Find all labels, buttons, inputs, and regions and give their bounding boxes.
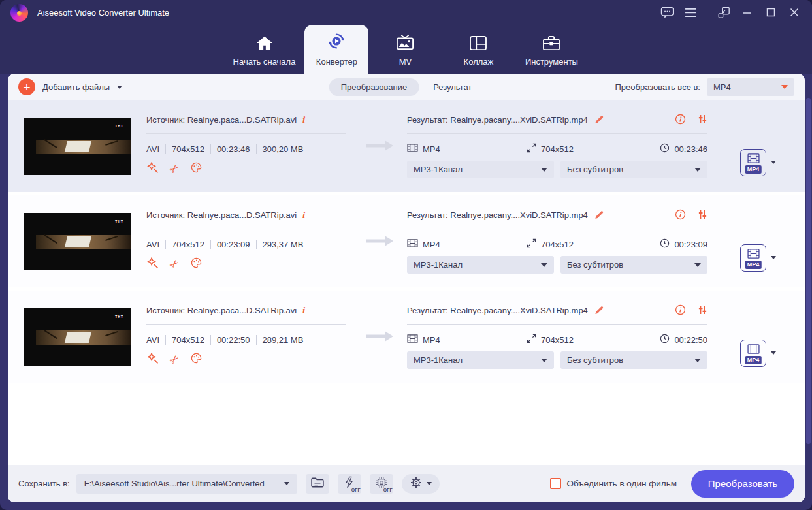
cut-icon[interactable]: ✂ <box>167 161 182 176</box>
maximize-icon[interactable] <box>761 4 781 21</box>
duration-icon <box>660 238 670 250</box>
convert-arrow-icon <box>365 139 395 192</box>
home-icon <box>255 31 274 51</box>
color-palette-icon[interactable] <box>190 257 203 272</box>
merge-label: Объединить в один фильм <box>567 479 677 488</box>
content-area: + Добавить файлы Преобразование Результа… <box>8 74 805 502</box>
edit-effects-icon[interactable] <box>146 161 159 176</box>
subtitle-select[interactable]: Без субтитров <box>560 256 707 274</box>
subtitle-caret-icon <box>694 168 701 172</box>
video-thumbnail[interactable]: тнт <box>24 308 131 366</box>
source-size: 289,21 MB <box>256 335 304 345</box>
file-list: тнт Источник: Realnye.paca...D.SATRip.av… <box>8 100 805 383</box>
save-path-caret-icon <box>284 482 289 485</box>
add-files-button[interactable]: + Добавить файлы <box>18 78 122 95</box>
rename-icon[interactable] <box>594 209 605 222</box>
result-block: Результат: Realnye.pacany....XviD.SATRip… <box>407 208 707 287</box>
source-size: 293,37 MB <box>256 240 304 249</box>
adjust-icon[interactable] <box>698 209 707 222</box>
edit-effects-icon[interactable] <box>146 257 159 272</box>
tab-collage[interactable]: Коллаж <box>442 25 515 74</box>
gpu-accel-button[interactable]: OFF <box>370 474 393 494</box>
mini-mode-icon[interactable] <box>714 4 734 21</box>
media-info-icon[interactable] <box>675 114 686 127</box>
resolution-icon <box>527 334 536 345</box>
media-info-icon[interactable] <box>675 304 686 317</box>
save-path-select[interactable]: F:\Aiseesoft Studio\Ais...rter Ultimate\… <box>76 474 297 494</box>
settings-button[interactable] <box>402 474 440 494</box>
audio-track-select[interactable]: MP3-1Канал <box>407 256 554 274</box>
info-icon[interactable]: i <box>302 114 305 125</box>
source-duration: 00:22:50 <box>210 335 250 345</box>
output-format-badge: MP4 <box>745 261 762 269</box>
edit-effects-icon[interactable] <box>146 352 159 367</box>
audio-track-select[interactable]: MP3-1Канал <box>407 161 554 178</box>
close-icon[interactable] <box>785 4 804 21</box>
result-block: Результат: Realnye.pacany....XviD.SATRip… <box>407 113 707 192</box>
rename-icon[interactable] <box>594 304 605 317</box>
minimize-icon[interactable] <box>738 4 757 21</box>
add-files-caret-icon[interactable] <box>117 86 122 89</box>
cut-icon[interactable]: ✂ <box>167 257 182 271</box>
output-format-caret-icon[interactable] <box>771 161 776 164</box>
converter-icon <box>327 31 346 51</box>
adjust-icon[interactable] <box>698 304 707 317</box>
result-block: Результат: Realnye.pacany....XviD.SATRip… <box>407 304 707 383</box>
rename-icon[interactable] <box>594 114 605 127</box>
tab-label: Начать сначала <box>233 57 296 67</box>
app-logo-icon <box>10 4 28 22</box>
menu-icon[interactable] <box>681 4 700 21</box>
audio-track-select[interactable]: MP3-1Канал <box>407 351 554 369</box>
subtitle-select[interactable]: Без субтитров <box>560 351 707 369</box>
cut-icon[interactable]: ✂ <box>167 352 182 366</box>
convert-arrow-icon <box>365 234 395 287</box>
adjust-icon[interactable] <box>698 114 707 127</box>
scrollbar-thumb[interactable] <box>806 98 811 444</box>
mv-icon <box>396 31 414 51</box>
convert-all-label: Преобразовать все в: <box>615 82 700 92</box>
channel-logo: тнт <box>115 314 123 319</box>
video-thumbnail[interactable]: тнт <box>24 213 131 270</box>
source-format: AVI <box>146 144 159 154</box>
output-format-group: MP4 <box>740 323 776 383</box>
duration-icon <box>660 334 670 345</box>
view-tab-converted[interactable]: Результат <box>421 78 483 96</box>
divider <box>146 324 346 325</box>
open-folder-icon <box>310 477 325 491</box>
source-block: Источник: Realnye.paca...D.SATRip.avi i … <box>146 208 346 287</box>
convert-button[interactable]: Преобразовать <box>691 470 794 498</box>
subtitle-select[interactable]: Без субтитров <box>560 161 707 178</box>
feedback-icon[interactable] <box>657 4 677 21</box>
tab-label: Коллаж <box>464 57 494 67</box>
output-format-caret-icon[interactable] <box>771 351 776 355</box>
open-folder-button[interactable] <box>306 474 329 494</box>
tab-tools[interactable]: Инструменты <box>515 25 588 74</box>
convert-arrow-icon <box>365 330 395 383</box>
color-palette-icon[interactable] <box>190 161 203 176</box>
merge-checkbox[interactable] <box>550 478 561 489</box>
divider <box>407 133 707 134</box>
resolution-icon <box>527 238 536 250</box>
info-icon[interactable]: i <box>302 210 305 221</box>
view-tab-converting[interactable]: Преобразование <box>329 78 419 96</box>
tab-label: MV <box>399 57 412 67</box>
output-format-button[interactable]: MP4 <box>740 244 766 272</box>
output-format-button[interactable]: MP4 <box>740 340 766 367</box>
hw-accel-button[interactable]: OFF <box>338 474 361 494</box>
film-strip-icon <box>747 153 760 166</box>
audio-track-value: MP3-1Канал <box>414 260 463 270</box>
convert-all-select[interactable]: MP4 <box>707 78 794 96</box>
file-row: тнт Источник: Realnye.paca...D.SATRip.av… <box>8 291 805 383</box>
tab-start-over[interactable]: Начать сначала <box>224 25 305 74</box>
output-format-caret-icon[interactable] <box>771 256 776 259</box>
source-duration: 00:23:46 <box>210 144 250 154</box>
color-palette-icon[interactable] <box>190 352 203 367</box>
audio-caret-icon <box>541 263 547 267</box>
tab-mv[interactable]: MV <box>368 25 442 74</box>
tab-converter[interactable]: Конвертер <box>304 25 368 74</box>
settings-icon <box>410 476 423 492</box>
output-format-button[interactable]: MP4 <box>740 149 766 176</box>
video-thumbnail[interactable]: тнт <box>24 118 131 175</box>
media-info-icon[interactable] <box>675 209 686 222</box>
info-icon[interactable]: i <box>302 305 305 316</box>
